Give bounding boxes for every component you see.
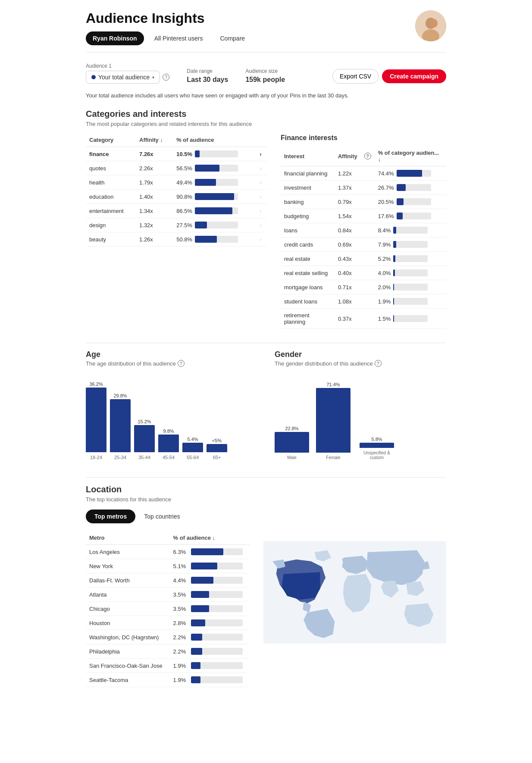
col-affinity[interactable]: Affinity ↓	[136, 134, 173, 147]
audience-help-icon[interactable]: ?	[163, 74, 169, 81]
cat-pct: 27.5%	[173, 218, 256, 232]
svg-point-4	[431, 19, 438, 28]
fi-affinity: 1.37x	[335, 181, 361, 195]
age-bar-group: 29.8% 25-34	[110, 393, 131, 460]
export-csv-button[interactable]: Export CSV	[332, 69, 379, 84]
categories-table: Category Affinity ↓ % of audience financ…	[86, 134, 267, 247]
fi-affinity: 0.40x	[335, 266, 361, 280]
fi-pct: 20.5%	[375, 195, 446, 209]
fi-pct: 1.5%	[375, 309, 446, 329]
loc-col-pct[interactable]: % of audience ↓	[170, 532, 250, 545]
gender-section: Gender The gender distribution of this a…	[275, 350, 446, 460]
col-arrow	[256, 134, 267, 147]
cat-arrow[interactable]: ›	[256, 161, 267, 175]
gender-bar-group: 71.4% Female	[316, 382, 350, 460]
cat-affinity: 1.79x	[136, 175, 173, 190]
date-label: Date range	[187, 68, 228, 74]
cat-affinity: 1.26x	[136, 232, 173, 247]
gender-pct-label: 5.8%	[371, 437, 382, 442]
location-subtitle: The top locations for this audience	[86, 496, 446, 503]
age-bar	[158, 435, 179, 452]
fi-name: loans	[281, 223, 335, 238]
age-bottom-label: 25-34	[114, 455, 126, 460]
gender-pct-label: 71.4%	[326, 382, 340, 387]
cat-affinity: 1.40x	[136, 190, 173, 204]
age-help-icon[interactable]: ?	[178, 360, 185, 367]
loc-pct: 2.2%	[170, 644, 250, 659]
cat-name: entertainment	[86, 204, 136, 218]
cat-arrow[interactable]: ›	[256, 218, 267, 232]
fi-affinity: 0.79x	[335, 195, 361, 209]
fi-help	[361, 266, 375, 280]
nav-all-pinterest[interactable]: All Pinterest users	[147, 31, 210, 45]
location-layout: Metro % of audience ↓ Los Angeles 6.3% N…	[86, 532, 446, 687]
gender-help-icon[interactable]: ?	[375, 360, 382, 367]
age-bar	[110, 399, 131, 452]
age-bottom-label: 45-54	[163, 455, 175, 460]
loc-metro: Los Angeles	[86, 545, 170, 559]
tab-top-countries[interactable]: Top countries	[135, 510, 188, 523]
fi-col-pct[interactable]: % of category audien... ↓	[375, 147, 446, 166]
fi-help	[361, 280, 375, 294]
fi-affinity: 1.22x	[335, 166, 361, 181]
cat-name: health	[86, 175, 136, 190]
fi-pct: 5.2%	[375, 252, 446, 266]
loc-pct: 3.5%	[170, 602, 250, 616]
loc-metro: San Francisco-Oak-San Jose	[86, 659, 170, 673]
tab-top-metros[interactable]: Top metros	[86, 510, 135, 523]
cat-arrow[interactable]: ›	[256, 204, 267, 218]
cat-name: education	[86, 190, 136, 204]
gender-bar	[360, 443, 394, 448]
size-value: 159k people	[245, 76, 285, 84]
nav-compare[interactable]: Compare	[213, 31, 252, 45]
cat-arrow[interactable]: ›	[256, 232, 267, 247]
age-pct-label: 29.8%	[113, 393, 127, 398]
cat-affinity: 7.26x	[136, 147, 173, 161]
fi-pct: 17.6%	[375, 209, 446, 223]
location-table: Metro % of audience ↓ Los Angeles 6.3% N…	[86, 532, 250, 687]
cat-pct: 50.8%	[173, 232, 256, 247]
cat-arrow[interactable]: ›	[256, 190, 267, 204]
loc-pct: 2.8%	[170, 616, 250, 630]
nav-ryan-robinson[interactable]: Ryan Robinson	[86, 31, 144, 45]
age-pct-label: <5%	[212, 438, 222, 443]
gender-bottom-label: Unspecified & custom	[357, 450, 396, 460]
age-section: Age The age distribution of this audienc…	[86, 350, 257, 460]
gender-title: Gender	[275, 350, 446, 359]
section-divider-2	[86, 477, 446, 478]
cat-name: quotes	[86, 161, 136, 175]
create-campaign-button[interactable]: Create campaign	[382, 69, 446, 83]
audience-selector[interactable]: Your total audience ▾	[86, 71, 160, 84]
fi-pct: 74.4%	[375, 166, 446, 181]
cat-pct: 56.5%	[173, 161, 256, 175]
age-pct-label: 9.8%	[163, 428, 174, 434]
gender-bar	[316, 388, 350, 453]
fi-help	[361, 252, 375, 266]
cat-arrow[interactable]: ›	[256, 147, 267, 161]
col-pct-audience: % of audience	[173, 134, 256, 147]
age-bottom-label: 18-24	[90, 455, 102, 460]
cat-name: finance	[86, 147, 136, 161]
categories-subtitle: The most popular categories and related …	[86, 121, 446, 127]
fi-help	[361, 181, 375, 195]
loc-col-metro: Metro	[86, 532, 170, 545]
fi-affinity: 0.84x	[335, 223, 361, 238]
cat-pct: 86.5%	[173, 204, 256, 218]
fi-pct: 1.9%	[375, 294, 446, 309]
loc-pct: 4.4%	[170, 573, 250, 588]
fi-affinity: 0.71x	[335, 280, 361, 294]
loc-pct: 5.1%	[170, 559, 250, 573]
gender-bar-group: 22.8% Male	[275, 426, 309, 460]
cat-name: design	[86, 218, 136, 232]
fi-col-help[interactable]: ?	[361, 147, 375, 166]
loc-pct: 1.9%	[170, 673, 250, 687]
audience-selector-text: Your total audience	[98, 74, 150, 81]
fi-affinity: 0.43x	[335, 252, 361, 266]
cat-pct: 49.4%	[173, 175, 256, 190]
gender-pct-label: 22.8%	[285, 426, 298, 431]
fi-help	[361, 166, 375, 181]
audience-info-text: Your total audience includes all users w…	[86, 92, 446, 99]
age-pct-label: 36.2%	[89, 382, 103, 387]
cat-arrow[interactable]: ›	[256, 175, 267, 190]
categories-table-container: Category Affinity ↓ % of audience financ…	[86, 134, 267, 329]
